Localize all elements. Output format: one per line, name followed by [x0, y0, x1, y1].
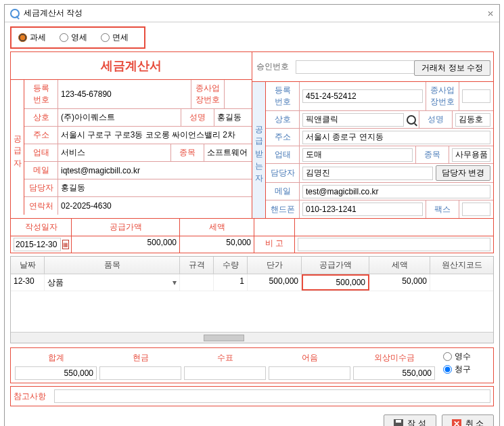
totals-credit[interactable] [353, 366, 435, 380]
receiver-item-label: 종목 [415, 146, 449, 163]
radio-exempt[interactable]: 면세 [101, 32, 129, 43]
receiver-item[interactable] [452, 148, 490, 162]
cell-item[interactable]: 상품▾ [45, 274, 180, 291]
supplier-reg: 123-45-67890 [58, 80, 191, 108]
cell-qty[interactable]: 1 [214, 274, 248, 291]
col-qty: 수량 [214, 257, 248, 274]
supplier-reg-label: 등록 번호 [24, 80, 58, 108]
receiver-fax[interactable] [462, 203, 490, 216]
reference-input[interactable] [54, 389, 490, 403]
col-tax: 세액 [369, 257, 430, 274]
supplier-addr-label: 주소 [24, 127, 58, 144]
receiver-contact[interactable] [302, 167, 433, 180]
supplier-company: (주)아이퀘스트 [58, 109, 181, 126]
summary-remark-input[interactable] [298, 238, 490, 251]
receiver-vert-label: 공급받는자 [252, 82, 266, 218]
receiver-email[interactable] [302, 185, 490, 198]
calendar-icon[interactable]: ▦ [62, 240, 69, 249]
summary-header-row: 작성일자 공급가액 세액 [11, 218, 493, 236]
receiver-phone-label: 핸드폰 [266, 200, 300, 218]
totals-note[interactable] [269, 366, 350, 380]
supplier-email-label: 메일 [24, 162, 58, 179]
receiver-sub[interactable] [462, 89, 490, 103]
receiver-phone[interactable] [302, 203, 423, 216]
totals-total-label: 합계 [14, 351, 98, 365]
line-item-grid: 날짜 품목 규격 수량 단가 공급가액 세액 원산지코드 12-30 상품▾ 1… [10, 256, 494, 343]
receiver-sub-label: 종사업 장번호 [426, 82, 459, 110]
receiver-company-label: 상호 [266, 111, 300, 128]
cell-price[interactable]: 500,000 [248, 274, 302, 291]
col-spec: 규격 [180, 257, 214, 274]
dropdown-icon[interactable]: ▾ [173, 278, 177, 287]
cancel-button[interactable]: ✕취 소 [442, 414, 494, 426]
summary-tax-label: 세액 [180, 219, 254, 236]
col-item: 품목 [45, 257, 180, 274]
reference-row: 참고사항 [10, 386, 494, 406]
supplier-contact: 홍길동 [58, 179, 252, 196]
edit-vendor-button[interactable]: 거래처 정보 수정 [414, 60, 490, 76]
receiver-company[interactable] [302, 113, 404, 127]
grid-header-row: 날짜 품목 규격 수량 단가 공급가액 세액 원산지코드 [11, 257, 493, 274]
radio-receipt[interactable]: 영수 [443, 351, 490, 362]
supplier-item-label: 종목 [170, 144, 204, 161]
receiver-name[interactable] [455, 113, 490, 127]
totals-check[interactable] [184, 366, 266, 380]
supplier-vert-label: 공급자 [11, 80, 24, 215]
receiver-reg[interactable] [302, 89, 423, 103]
supplier-biz: 서비스 [58, 144, 170, 161]
summary-remark-label: 비 고 [254, 236, 295, 253]
receiver-email-label: 메일 [266, 183, 300, 200]
receiver-addr-label: 주소 [266, 129, 300, 146]
create-button[interactable]: 작 성 [384, 414, 436, 426]
supplier-addr: 서울시 구로구 구로3동 코오롱 싸이언스밸리 2차 [58, 127, 252, 144]
supplier-sub [225, 80, 252, 108]
grid-row: 12-30 상품▾ 1 500,000 500,000 50,000 [11, 274, 493, 291]
receiver-fax-label: 팩스 [426, 200, 459, 218]
supplier-item: 소프트웨어 [204, 144, 252, 161]
cell-tax[interactable]: 50,000 [369, 274, 430, 291]
cell-supply[interactable]: 500,000 [302, 274, 369, 291]
cell-spec[interactable] [180, 274, 214, 291]
save-icon [394, 419, 403, 427]
receiver-reg-label: 등록 번호 [266, 82, 300, 110]
approval-label: 승인번호 [252, 52, 293, 81]
supplier-name: 홍길동 [214, 109, 252, 126]
supplier-phone-label: 연락처 [24, 197, 58, 215]
col-origin: 원산지코드 [430, 257, 493, 274]
receiver-name-label: 성명 [419, 111, 453, 128]
supplier-biz-label: 업태 [24, 144, 58, 161]
search-icon[interactable] [407, 115, 416, 125]
cancel-icon: ✕ [452, 419, 461, 427]
summary-value-row: ▦ 500,000 50,000 비 고 [11, 236, 493, 253]
scroll-thumb[interactable] [204, 335, 244, 341]
close-icon[interactable]: ⤫ [487, 9, 494, 18]
col-price: 단가 [248, 257, 302, 274]
cell-date[interactable]: 12-30 [11, 274, 45, 291]
supplier-company-label: 상호 [24, 109, 58, 126]
supplier-name-label: 성명 [181, 109, 214, 126]
cell-origin[interactable] [430, 274, 493, 291]
summary-tax: 50,000 [180, 236, 254, 253]
summary-date-input[interactable] [14, 238, 61, 251]
app-icon [10, 9, 20, 18]
titlebar: 세금계산서 작성 ⤫ [5, 5, 499, 22]
radio-taxable[interactable]: 과세 [18, 32, 46, 43]
window-title: 세금계산서 작성 [24, 7, 83, 19]
change-contact-button[interactable]: 담당자 변경 [436, 165, 490, 181]
col-supply: 공급가액 [302, 257, 369, 274]
doc-title: 세금계산서 [11, 52, 252, 80]
receiver-biz[interactable] [302, 148, 413, 162]
supplier-phone: 02-2025-4630 [58, 197, 252, 215]
summary-supply-label: 공급가액 [72, 219, 180, 236]
grid-empty-area [11, 291, 493, 332]
receiver-addr[interactable] [302, 131, 490, 144]
totals-cash[interactable] [99, 366, 181, 380]
footer-buttons: 작 성 ✕취 소 [5, 409, 499, 426]
radio-zero[interactable]: 영세 [60, 32, 87, 43]
totals-check-label: 수표 [183, 351, 267, 365]
radio-bill[interactable]: 청구 [443, 364, 490, 375]
horizontal-scrollbar[interactable] [11, 332, 493, 343]
totals-credit-label: 외상미수금 [352, 351, 436, 365]
totals-total[interactable] [15, 366, 97, 380]
totals-section: 합계 현금 수표 어음 외상미수금 영수 청구 [10, 347, 494, 383]
